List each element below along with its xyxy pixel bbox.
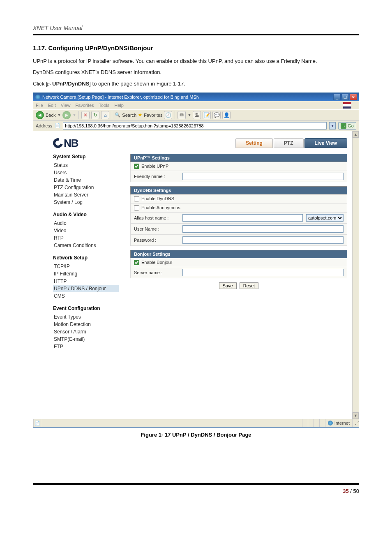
mail-drop-icon[interactable]: ▼ xyxy=(187,113,191,117)
globe-icon xyxy=(328,421,333,426)
sidebar-item-upnp-ddns[interactable]: UPnP / DDNS / Bonjour xyxy=(53,285,119,292)
enable-bonjour-checkbox[interactable] xyxy=(134,260,139,265)
address-bar: Address 📄 ▾ →Go xyxy=(33,121,359,131)
section-title-text: Configuring UPnP/DynDNS/Bonjour xyxy=(48,44,153,51)
minimize-button[interactable]: _ xyxy=(333,94,341,100)
reset-button[interactable]: Reset xyxy=(240,282,259,289)
dyndns-header: DynDNS Settings xyxy=(130,186,347,194)
sidebar-item-status[interactable]: Status xyxy=(53,162,119,169)
sidebar-item-sensor[interactable]: Sensor / Alarm xyxy=(53,328,119,335)
page-sep: / xyxy=(349,488,353,494)
favorites-star-icon[interactable]: ★ xyxy=(138,112,142,118)
sidebar-item-ptzconfig[interactable]: PTZ Configuration xyxy=(53,184,119,191)
sidebar-item-ipfilter[interactable]: IP Filtering xyxy=(53,270,119,278)
forward-button[interactable]: ► xyxy=(62,111,71,119)
tab-live-view[interactable]: Live View xyxy=(304,138,347,148)
vertical-scrollbar[interactable]: ▲ ▼ xyxy=(352,131,359,419)
friendly-name-input[interactable] xyxy=(182,173,344,180)
side-head-event: Event Configuration xyxy=(53,305,119,311)
server-name-label: Server name : xyxy=(134,270,179,275)
history-button[interactable]: 🕘 xyxy=(164,111,172,119)
ie-icon xyxy=(35,94,41,100)
fwd-drop-icon[interactable]: ▼ xyxy=(72,113,76,117)
menu-tools[interactable]: Tools xyxy=(99,103,110,108)
enable-dyndns-checkbox[interactable] xyxy=(134,196,139,201)
address-input[interactable] xyxy=(63,122,327,130)
refresh-button[interactable]: ↻ xyxy=(91,111,99,119)
enable-upnp-checkbox[interactable] xyxy=(134,164,139,169)
search-label[interactable]: Search xyxy=(122,113,136,118)
sidebar-item-tcpip[interactable]: TCP/IP xyxy=(53,263,119,270)
paragraph-2: DynDNS configures XNET's DDNS server inf… xyxy=(33,67,359,78)
address-dropdown-icon[interactable]: ▾ xyxy=(329,122,336,130)
sidebar-item-camcond[interactable]: Camera Conditions xyxy=(53,242,119,249)
window-titlebar: Network Camera [Setup Page] - Internet E… xyxy=(33,93,359,101)
status-bar: 📄 Internet ⋰ xyxy=(33,419,359,427)
sidebar-item-motion[interactable]: Motion Detection xyxy=(53,321,119,328)
section-number: 1.17. xyxy=(33,44,46,51)
page-number: 35 / 50 xyxy=(33,488,359,494)
scroll-up-icon[interactable]: ▲ xyxy=(353,131,359,138)
paragraph-3: Click [▷ UPnP/DynDNS] to open the page s… xyxy=(33,78,359,89)
sidebar-item-eventtypes[interactable]: Event Types xyxy=(53,313,119,321)
edit-button[interactable]: 📝 xyxy=(203,111,211,119)
p3-post: ] to open the page shown in Figure 1-17. xyxy=(89,81,185,87)
sidebar-item-rtp[interactable]: RTP xyxy=(53,234,119,242)
upnp-header: UPnP™ Settings xyxy=(130,154,347,162)
alias-domain-select[interactable]: autoipset.com xyxy=(306,214,344,222)
running-header: XNET User Manual xyxy=(33,25,359,31)
menu-edit[interactable]: Edit xyxy=(48,103,56,108)
back-drop-icon[interactable]: ▼ xyxy=(57,113,61,117)
messenger-button[interactable]: 👤 xyxy=(222,111,231,119)
sidebar-item-http[interactable]: HTTP xyxy=(53,278,119,285)
stop-button[interactable]: ✕ xyxy=(81,111,90,119)
go-label: Go xyxy=(348,123,354,128)
sidebar-item-smtp[interactable]: SMTP(E-mail) xyxy=(53,335,119,343)
save-button[interactable]: Save xyxy=(219,282,237,289)
search-icon[interactable]: 🔍 xyxy=(115,112,120,118)
sidebar-item-video[interactable]: Video xyxy=(53,227,119,234)
home-button[interactable]: ⌂ xyxy=(101,111,109,119)
tab-setting[interactable]: Setting xyxy=(235,138,273,148)
side-head-system: System Setup xyxy=(53,154,119,160)
print-button[interactable]: 🖶 xyxy=(193,111,201,119)
go-button[interactable]: →Go xyxy=(338,122,356,130)
sidebar-item-cms[interactable]: CMS xyxy=(53,292,119,300)
window-title: Network Camera [Setup Page] - Internet E… xyxy=(42,95,332,99)
side-head-network: Network Setup xyxy=(53,255,119,261)
mail-button[interactable]: ✉ xyxy=(178,111,186,119)
toolbar: ◄ Back▼ ►▼ ✕ ↻ ⌂ 🔍 Search ★ Favorites 🕘 … xyxy=(33,109,359,121)
user-name-input[interactable] xyxy=(182,225,344,233)
menu-bar: File Edit View Favorites Tools Help xyxy=(33,101,359,109)
page-icon: 📄 xyxy=(55,123,60,128)
back-label[interactable]: Back xyxy=(46,113,55,118)
logo-text: NB xyxy=(64,137,78,150)
server-name-input[interactable] xyxy=(182,269,344,276)
friendly-name-label: Friendly name : xyxy=(134,174,179,179)
favorites-label[interactable]: Favorites xyxy=(144,113,162,118)
menu-view[interactable]: View xyxy=(61,103,71,108)
logo-c-icon xyxy=(51,136,65,150)
sidebar-item-datetime[interactable]: Date & Time xyxy=(53,176,119,184)
sidebar-item-users[interactable]: Users xyxy=(53,169,119,176)
resize-grip-icon[interactable]: ⋰ xyxy=(352,419,359,427)
p3-bold: UPnP/DynDNS xyxy=(52,81,89,87)
sidebar-item-ftp[interactable]: FTP xyxy=(53,343,119,350)
menu-file[interactable]: File xyxy=(36,103,43,108)
password-input[interactable] xyxy=(182,236,344,244)
sidebar: System Setup Status Users Date & Time PT… xyxy=(53,154,119,356)
back-button[interactable]: ◄ xyxy=(36,111,44,119)
close-button[interactable]: × xyxy=(350,94,357,100)
alias-host-input[interactable] xyxy=(182,214,303,222)
menu-help[interactable]: Help xyxy=(114,103,124,108)
discuss-button[interactable]: 💬 xyxy=(212,111,221,119)
menu-favorites[interactable]: Favorites xyxy=(75,103,94,108)
sidebar-item-maintain[interactable]: Maintain Server xyxy=(53,191,119,199)
maximize-button[interactable]: □ xyxy=(341,94,349,100)
enable-anon-checkbox[interactable] xyxy=(134,205,139,210)
sidebar-item-syslog[interactable]: System / Log xyxy=(53,199,119,206)
header-rule xyxy=(33,34,359,35)
tab-ptz[interactable]: PTZ xyxy=(274,138,304,148)
scroll-down-icon[interactable]: ▼ xyxy=(353,412,359,419)
sidebar-item-audio[interactable]: Audio xyxy=(53,220,119,227)
